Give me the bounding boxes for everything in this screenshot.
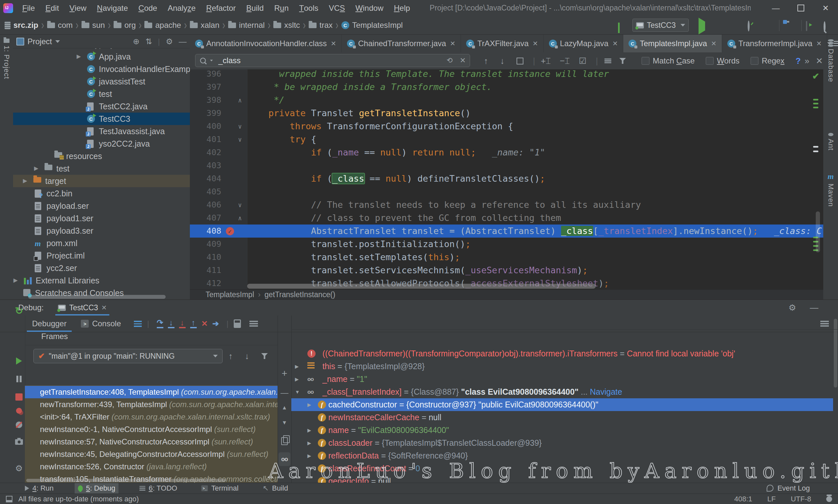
search-option-regex[interactable]: Regex	[751, 56, 784, 66]
next-occurrence-icon[interactable]: ↓	[500, 52, 504, 69]
tree-item-scratches-and-consoles[interactable]: Scratches and Consoles	[13, 287, 190, 299]
breadcrumb-item-internal[interactable]: internal	[228, 21, 265, 30]
breadcrumb-item-xalan[interactable]: xalan	[190, 21, 219, 30]
line-number[interactable]: 400	[190, 120, 221, 133]
thread-dump-icon[interactable]	[13, 439, 25, 445]
tool-window-button-maven[interactable]: m Maven	[823, 172, 838, 207]
close-tab-icon[interactable]: ✕	[450, 40, 456, 48]
tool-window-button-project[interactable]: 1: Project	[0, 39, 13, 79]
code-line-403[interactable]: 403	[190, 159, 823, 172]
frame-row[interactable]: getTransletInstance:408, TemplatesImpl (…	[25, 386, 278, 398]
menu-item-run[interactable]: Run	[269, 0, 294, 16]
tool-window-button-terminal[interactable]: >_Terminal	[198, 483, 242, 494]
checkbox-icon[interactable]	[642, 57, 649, 65]
variable-row--chainedtransformer-transformingcomparat[interactable]: !((ChainedTransformer)((TransformingComp…	[291, 347, 833, 360]
breadcrumb-item-trax[interactable]: trax	[309, 21, 333, 30]
pause-icon[interactable]	[13, 376, 25, 382]
close-tab-icon[interactable]: ✕	[612, 40, 618, 48]
menu-item-navigate[interactable]: Navigate	[92, 0, 133, 16]
tree-item-testcc3[interactable]: CTestCC3	[13, 112, 190, 125]
frame-row[interactable]: <init>:64, TrAXFilter (com.sun.org.apach…	[25, 411, 278, 423]
collapse-all-icon[interactable]: ⇅	[145, 37, 152, 46]
menu-item-file[interactable]: File	[17, 0, 40, 16]
line-number[interactable]: 396	[190, 69, 221, 80]
run-anything-button[interactable]	[806, 22, 807, 31]
fold-marker-icon[interactable]: ∧	[236, 94, 244, 107]
event-log-button[interactable]: Event Log	[767, 483, 810, 493]
breadcrumb-item-xsltc[interactable]: xsltc	[273, 21, 300, 30]
code-line-410[interactable]: 410 translet.setTemplates(this);	[190, 251, 823, 264]
regex-help-icon[interactable]: ?	[796, 56, 801, 66]
expand-arrow-icon[interactable]: ▶	[34, 162, 38, 175]
fold-marker-icon[interactable]: ∧	[236, 212, 244, 224]
code-line-398[interactable]: 398∧ */	[190, 94, 823, 107]
gear-icon[interactable]: ⚙	[166, 37, 173, 46]
variable-row-_name[interactable]: ▶oo_name = "1"	[291, 373, 833, 385]
filter-lines-icon[interactable]	[604, 52, 612, 69]
profiler-button[interactable]	[748, 22, 750, 31]
breakpoint-icon[interactable]: ✓	[226, 227, 234, 235]
chevron-down-icon[interactable]	[55, 40, 60, 43]
tree-item-external-libraries[interactable]: ▶External Libraries	[13, 274, 190, 287]
expand-arrow-icon[interactable]: ▼	[295, 385, 300, 398]
scroll-down-icon[interactable]: ▼	[278, 419, 291, 426]
view-breakpoints-icon[interactable]	[13, 408, 25, 414]
next-frame-icon[interactable]: ↓	[245, 349, 249, 363]
menu-item-view[interactable]: View	[64, 0, 92, 16]
tree-item-javassisttest[interactable]: CjavassistTest	[13, 75, 190, 88]
line-number[interactable]: 398	[190, 94, 221, 107]
tool-window-button-ant[interactable]: Ant	[823, 133, 838, 150]
tree-horizontal-scrollbar[interactable]	[28, 295, 166, 299]
breadcrumb-item-apache[interactable]: apache	[144, 21, 181, 30]
caret-position[interactable]: 408:1	[734, 495, 752, 503]
select-occurrences-icon[interactable]: ☑	[579, 52, 586, 69]
run-button[interactable]	[698, 22, 705, 31]
code-line-400[interactable]: 400∨ throws TransformerConfigurationExce…	[190, 120, 823, 133]
variable-row-reflectiondata[interactable]: ▶freflectionData = {SoftReference@940}	[291, 449, 833, 462]
close-tab-icon[interactable]: ✕	[331, 40, 336, 48]
menu-item-help[interactable]: Help	[389, 0, 415, 16]
hide-panel-icon[interactable]: —	[810, 303, 818, 313]
tree-item-pom-xml[interactable]: mpom.xml	[13, 237, 190, 249]
code-line-406[interactable]: 406∨ // The translet needs to keep a ref…	[190, 198, 823, 212]
fold-marker-icon[interactable]: ∨	[236, 120, 244, 133]
remove-occurrence-icon[interactable]: −⌶	[560, 52, 570, 69]
line-number[interactable]: 408	[190, 224, 221, 238]
variable-row-classloader[interactable]: ▶fclassLoader = {TemplatesImpl$TransletC…	[291, 436, 833, 449]
menu-item-build[interactable]: Build	[241, 0, 269, 16]
select-all-occurrences-icon[interactable]	[517, 52, 523, 69]
variable-row-_class-_transletindex-[interactable]: ▼oo_class[_transletIndex] = {Class@887} …	[291, 385, 833, 398]
scroll-up-icon[interactable]: ▲	[278, 404, 291, 411]
tree-item-testjavassist-java[interactable]: TestJavassist.java	[13, 125, 190, 138]
breadcrumb-item-sun[interactable]: sun	[82, 21, 105, 30]
checkbox-icon[interactable]	[751, 57, 759, 65]
menu-item-window[interactable]: Window	[350, 0, 389, 16]
add-occurrence-icon[interactable]: +⌶	[541, 52, 551, 69]
breadcrumb-item-templatesimpl[interactable]: CTemplatesImpl	[341, 21, 403, 30]
expand-arrow-icon[interactable]: ▶	[295, 373, 299, 385]
toolwindow-toggle-icon[interactable]	[6, 496, 13, 502]
variable-row-this[interactable]: ▶this = {TemplatesImpl@928}	[291, 360, 833, 373]
editor-tab-chainedtransformer-java[interactable]: CChainedTransformer.java✕	[342, 35, 461, 52]
menu-item-refactor[interactable]: Refactor	[201, 0, 241, 16]
line-number[interactable]: 409	[190, 238, 221, 251]
tree-item-test[interactable]: ▶test	[13, 162, 190, 175]
variable-row-newinstancecallercache[interactable]: fnewInstanceCallerCache = null	[291, 411, 833, 424]
search-everywhere-button[interactable]	[824, 22, 825, 32]
tree-item-cc2-bin[interactable]: cc2.bin	[13, 187, 190, 200]
stop-icon[interactable]	[13, 393, 25, 400]
expand-arrow-icon[interactable]: ▶	[23, 175, 27, 187]
code-line-397[interactable]: 397 * be wrapped inside a Transformer ob…	[190, 80, 823, 94]
tree-item-yso2cc2-java[interactable]: yso2CC2.java	[13, 138, 190, 150]
code-line-405[interactable]: 405	[190, 185, 823, 198]
tool-window-button-6-todo[interactable]: 6: TODO	[136, 483, 180, 494]
menu-item-code[interactable]: Code	[133, 0, 162, 16]
tree-item-resources[interactable]: resources	[13, 150, 190, 162]
add-watch-icon[interactable]: +	[278, 368, 291, 379]
close-tab-icon[interactable]: ✕	[711, 40, 716, 48]
expand-arrow-icon[interactable]: ▶	[295, 360, 299, 373]
copy-stack-icon[interactable]	[278, 437, 291, 445]
variable-row-genericinfo[interactable]: fgenericInfo = null	[291, 475, 833, 483]
editor-tab-traxfilter-java[interactable]: CTrAXFilter.java✕	[461, 35, 543, 52]
splitter-handle-icon[interactable]: —	[278, 388, 291, 397]
